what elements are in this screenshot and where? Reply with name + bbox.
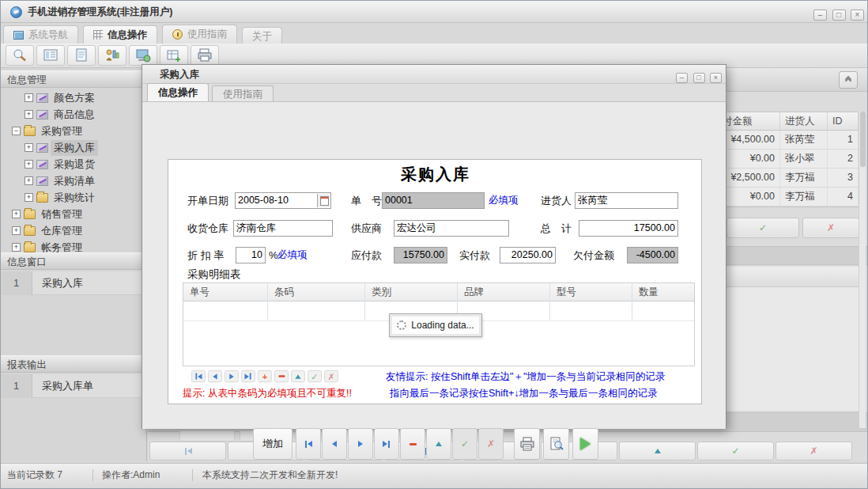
dialog-body: 采购入库 开单日期 2005-08-10 单 号 00001 必填项 进货人 张… <box>142 102 726 429</box>
close-button[interactable]: × <box>851 9 864 21</box>
sidebar-section-windows-title[interactable]: 信息窗口 <box>1 252 147 270</box>
restore-button[interactable]: □ <box>832 9 846 21</box>
execute-button[interactable] <box>572 428 598 460</box>
calendar-icon[interactable] <box>317 194 330 207</box>
collapse-panel-button[interactable] <box>839 71 858 89</box>
purchase-inbound-dialog: 采购入库 – □ × 信息操作使用指南 采购入库 开单日期 2005-08-10… <box>142 64 726 429</box>
minus-button[interactable] <box>274 370 289 382</box>
expand-toggle[interactable]: + <box>25 143 33 152</box>
add-button[interactable]: 增加 <box>253 428 292 460</box>
vertical-scrollbar[interactable] <box>859 112 866 428</box>
dialog-minimize-button[interactable]: – <box>676 73 688 83</box>
table-row[interactable]: ¥0.00李万福4 <box>718 188 859 207</box>
sidebar-section-info-title[interactable]: 信息管理 <box>1 70 147 88</box>
tree-item-采购清单[interactable]: +采购清单 <box>1 172 147 189</box>
payable-field[interactable]: 15750.00 <box>394 247 447 263</box>
dialog-controls: – □ × <box>674 69 722 83</box>
dialog-tab-信息操作[interactable]: 信息操作 <box>147 83 209 101</box>
printer-button[interactable] <box>191 45 219 66</box>
dialog-close-button[interactable]: × <box>710 73 722 83</box>
preview-button[interactable] <box>543 428 569 460</box>
prev-button[interactable] <box>322 428 347 460</box>
up-button[interactable] <box>426 428 451 460</box>
paid-field[interactable]: 20250.00 <box>500 247 556 263</box>
last-button[interactable] <box>374 428 399 460</box>
detail-table-label: 采购明细表 <box>187 267 241 282</box>
sidebar-section-reports-title[interactable]: 报表输出 <box>1 355 147 373</box>
expand-toggle[interactable]: + <box>25 176 33 185</box>
dialog-titlebar[interactable]: 采购入库 – □ × <box>142 65 726 84</box>
tree-item-颜色方案[interactable]: +颜色方案 <box>1 89 147 106</box>
expand-toggle[interactable]: − <box>12 127 21 135</box>
detail-column-条码[interactable]: 条码 <box>268 283 365 320</box>
dialog-tab-使用指南[interactable]: 使用指南 <box>212 85 274 101</box>
column-header[interactable]: ID <box>828 112 859 130</box>
detail-column-单号[interactable]: 单号 <box>183 283 268 320</box>
expand-toggle[interactable]: + <box>12 243 21 252</box>
first-button[interactable] <box>191 370 206 382</box>
up-button[interactable] <box>291 370 305 382</box>
tool-icon <box>36 110 48 119</box>
expand-toggle[interactable]: + <box>12 226 21 235</box>
expand-toggle[interactable]: + <box>12 210 21 218</box>
detail-column-数量[interactable]: 数量 <box>632 283 694 320</box>
column-header[interactable]: 进货人 <box>780 112 828 130</box>
search-button[interactable] <box>6 45 34 66</box>
order-date-field[interactable]: 2005-08-10 <box>235 192 331 209</box>
table-row[interactable]: ¥2,500.00李万福3 <box>718 169 859 188</box>
list-item-采购入库单[interactable]: 1采购入库单 <box>1 374 147 398</box>
form-list-button[interactable] <box>36 45 65 66</box>
cross-button[interactable]: ✗ <box>776 442 852 461</box>
last-button[interactable] <box>241 370 255 382</box>
order-no-field[interactable]: 00001 <box>382 192 485 209</box>
cross-button[interactable]: ✗ <box>324 370 338 382</box>
confirm-button[interactable]: ✓ <box>726 218 799 238</box>
printer-icon <box>197 48 213 63</box>
owed-field[interactable]: -4500.00 <box>627 247 678 263</box>
cross-button[interactable]: ✗ <box>478 428 504 460</box>
first-button[interactable] <box>296 428 321 460</box>
buyer-field[interactable]: 张芮莹 <box>575 192 678 209</box>
total-field[interactable]: 17500.00 <box>579 220 678 237</box>
tree-item-采购退货[interactable]: +采购退货 <box>1 156 147 172</box>
ribbon-tab-信息操作[interactable]: 信息操作 <box>83 25 157 44</box>
tree-item-采购统计[interactable]: +采购统计 <box>1 189 147 206</box>
discount-field[interactable]: 10 <box>236 247 266 263</box>
plus-button[interactable]: + <box>258 370 272 382</box>
dialog-maximize-button[interactable]: □ <box>693 73 705 83</box>
check-button[interactable]: ✓ <box>308 370 322 382</box>
tree-item-采购入库[interactable]: +采购入库 <box>1 139 147 156</box>
tree-item-仓库管理[interactable]: +仓库管理 <box>1 222 147 239</box>
tree-item-销售管理[interactable]: +销售管理 <box>1 206 147 222</box>
cancel-button[interactable]: ✗ <box>802 218 859 238</box>
monitor-button[interactable] <box>129 45 157 66</box>
document-button[interactable] <box>67 45 96 66</box>
supplier-field[interactable]: 宏达公司 <box>394 220 509 237</box>
user-report-button[interactable] <box>98 45 126 66</box>
detail-column-型号[interactable]: 型号 <box>550 283 632 320</box>
table-row[interactable]: ¥4,500.00张芮莹1 <box>718 131 859 150</box>
ribbon-tab-系统导航[interactable]: 系统导航 <box>3 25 78 44</box>
column-header[interactable]: 付金额 <box>718 112 780 130</box>
minimize-button[interactable]: – <box>813 9 827 21</box>
table-add-button[interactable] <box>160 45 188 66</box>
tree-item-采购管理[interactable]: −采购管理 <box>1 123 147 139</box>
warehouse-field[interactable]: 济南仓库 <box>233 220 333 237</box>
expand-toggle[interactable]: + <box>25 93 33 102</box>
expand-toggle[interactable]: + <box>25 193 33 202</box>
next-button[interactable] <box>225 370 239 382</box>
expand-toggle[interactable]: + <box>25 160 33 169</box>
print-button[interactable] <box>514 428 540 460</box>
list-item-采购入库[interactable]: 1采购入库 <box>1 271 147 295</box>
prev-button[interactable] <box>208 370 222 382</box>
tree-item-商品信息[interactable]: +商品信息 <box>1 106 147 123</box>
document-icon <box>74 48 89 63</box>
search-icon <box>12 48 28 63</box>
table-row[interactable]: ¥0.00张小翠2 <box>718 150 859 169</box>
expand-toggle[interactable]: + <box>25 110 33 119</box>
minus-button[interactable] <box>400 428 425 460</box>
app-title: 手机进销存管理系统(非注册用户) <box>28 1 172 23</box>
ribbon-tab-使用指南[interactable]: 使用指南 <box>162 25 237 44</box>
next-button[interactable] <box>348 428 373 460</box>
check-button[interactable]: ✓ <box>452 428 477 460</box>
